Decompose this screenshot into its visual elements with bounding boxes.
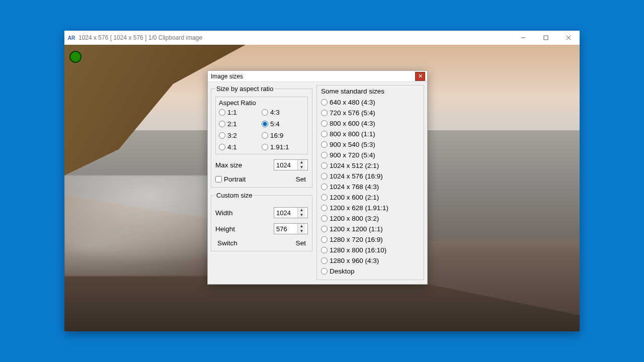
standard-size-label: 1280 x 960 (4:3) [330, 257, 379, 264]
standard-size-option[interactable]: 1200 x 1200 (1:1) [321, 224, 420, 234]
spinner-up-icon[interactable]: ▲ [298, 208, 305, 213]
aspect-ratio-option-label: 4:3 [270, 109, 280, 116]
standard-size-label: 1200 x 600 (2:1) [330, 194, 379, 201]
aspect-ratio-option[interactable]: 3:2 [219, 132, 262, 139]
aspect-ratio-legend: Size by aspect ratio [215, 85, 274, 93]
standard-size-label: 800 x 600 (4:3) [330, 120, 375, 127]
standard-size-label: 800 x 800 (1:1) [330, 130, 375, 138]
standard-size-option[interactable]: 1280 x 800 (16:10) [321, 245, 420, 255]
standard-size-option[interactable]: 800 x 600 (4:3) [321, 118, 420, 129]
aspect-ratio-option[interactable]: 2:1 [219, 120, 262, 128]
spinner-down-icon[interactable]: ▼ [298, 165, 305, 170]
minimize-button[interactable] [512, 31, 534, 45]
titlebar[interactable]: AR 1024 x 576 [ 1024 x 576 ] 1/0 Clipboa… [64, 31, 580, 45]
standard-size-label: 1024 x 512 (2:1) [330, 162, 379, 169]
aspect-ratio-option-label: 2:1 [227, 120, 237, 128]
dialog-titlebar[interactable]: Image sizes ✕ [208, 71, 427, 82]
height-label: Height [215, 225, 235, 233]
standard-size-option[interactable]: 644 x 362 (16:9) [321, 234, 420, 245]
custom-size-legend: Custom size [215, 192, 254, 199]
standard-size-option[interactable]: Desktop [321, 266, 420, 277]
spinner-down-icon[interactable]: ▼ [298, 213, 305, 218]
standard-sizes-group: Some standard sizes 640 x 480 (4:3)720 x… [316, 85, 424, 280]
standard-size-label: 644 x 362 (16:9) [330, 236, 383, 243]
standard-size-label: 900 x 540 (5:3) [330, 141, 375, 148]
standard-size-option[interactable]: 900 x 720 (5:4) [321, 150, 420, 160]
standard-size-option[interactable]: 720 x 576 (5:4) [321, 108, 420, 118]
dialog-title: Image sizes [211, 73, 243, 80]
portrait-checkbox[interactable]: Portrait [215, 175, 246, 183]
aspect-ratio-option[interactable]: 16:9 [262, 132, 304, 139]
standard-size-option[interactable]: 1200 x 600 (2:1) [321, 192, 420, 203]
aspect-ratio-option-label: 1.91:1 [270, 143, 289, 151]
aspect-ratio-option-label: 4:1 [227, 143, 237, 151]
aspect-ratio-option-label: 3:2 [227, 132, 237, 139]
standard-size-option[interactable]: 640 x 480 (4:3) [321, 97, 420, 108]
app-icon: AR [67, 34, 75, 42]
standard-size-label: 1024 x 576 (16:9) [330, 172, 383, 180]
width-label: Width [215, 209, 233, 217]
aspect-ratio-option[interactable]: 1:1 [219, 109, 262, 116]
standard-size-label: 900 x 720 (5:4) [330, 151, 375, 159]
marker-dot[interactable] [69, 51, 82, 63]
standard-size-label: 1200 x 800 (3:2) [330, 215, 379, 222]
switch-button[interactable]: Switch [215, 239, 239, 247]
standard-size-label: 640 x 480 (4:3) [330, 99, 375, 106]
aspect-ratio-option[interactable]: 1.91:1 [262, 143, 304, 151]
window-title: 1024 x 576 [ 1024 x 576 ] 1/0 Clipboard … [78, 34, 202, 41]
custom-set-button[interactable]: Set [294, 239, 308, 247]
maxsize-label: Max size [215, 161, 242, 169]
standard-sizes-legend: Some standard sizes [321, 87, 420, 95]
spinner-down-icon[interactable]: ▼ [298, 229, 305, 234]
aspect-ratio-option[interactable]: 5:4 [262, 120, 304, 128]
standard-size-label: 1280 x 800 (16:10) [330, 246, 386, 254]
aspect-ratio-group: Size by aspect ratio Aspect Ratio 1:14:3… [211, 85, 312, 188]
aspect-ratio-option-label: 5:4 [270, 120, 280, 128]
aspect-ratio-option[interactable]: 4:3 [262, 109, 304, 116]
standard-size-option[interactable]: 900 x 540 (5:3) [321, 139, 420, 150]
standard-size-option[interactable]: 800 x 800 (1:1) [321, 129, 420, 139]
aspect-ratio-options: Aspect Ratio 1:14:32:15:43:216:94:11.91:… [215, 97, 308, 154]
standard-size-option[interactable]: 1200 x 628 (1.91:1) [321, 203, 420, 213]
aspect-set-button[interactable]: Set [294, 175, 308, 183]
custom-size-group: Custom size Width ▲▼ Height ▲▼ [211, 192, 312, 251]
height-input[interactable] [274, 224, 297, 234]
aspect-ratio-option[interactable]: 4:1 [219, 143, 262, 151]
close-button[interactable] [557, 31, 580, 45]
standard-size-label: Desktop [330, 267, 355, 275]
spinner-up-icon[interactable]: ▲ [298, 160, 305, 165]
standard-size-option[interactable]: 1200 x 800 (3:2) [321, 213, 420, 224]
standard-size-label: 720 x 576 (5:4) [330, 109, 375, 117]
standard-size-label: 1200 x 1200 (1:1) [330, 225, 383, 233]
height-spinner[interactable]: ▲▼ [274, 223, 308, 234]
width-input[interactable] [274, 208, 297, 218]
svg-rect-1 [544, 36, 548, 40]
maxsize-spinner[interactable]: ▲▼ [274, 159, 308, 170]
spinner-up-icon[interactable]: ▲ [298, 224, 305, 229]
aspect-ratio-option-label: 1:1 [227, 109, 237, 116]
maxsize-input[interactable] [274, 160, 297, 170]
width-spinner[interactable]: ▲▼ [274, 207, 308, 218]
standard-size-label: 1200 x 628 (1.91:1) [330, 204, 388, 212]
maximize-button[interactable] [534, 31, 557, 45]
aspect-ratio-option-label: 16:9 [270, 132, 283, 139]
standard-size-option[interactable]: 1024 x 512 (2:1) [321, 160, 420, 171]
dialog-close-button[interactable]: ✕ [415, 72, 425, 81]
standard-size-label: 1024 x 768 (4:3) [330, 183, 379, 191]
standard-size-option[interactable]: 1024 x 576 (16:9) [321, 171, 420, 182]
aspect-ratio-subtitle: Aspect Ratio [219, 99, 304, 107]
portrait-label: Portrait [224, 175, 246, 183]
standard-size-option[interactable]: 1280 x 960 (4:3) [321, 255, 420, 266]
image-sizes-dialog: Image sizes ✕ Size by aspect ratio Aspec… [207, 70, 428, 285]
standard-size-option[interactable]: 1024 x 768 (4:3) [321, 182, 420, 192]
